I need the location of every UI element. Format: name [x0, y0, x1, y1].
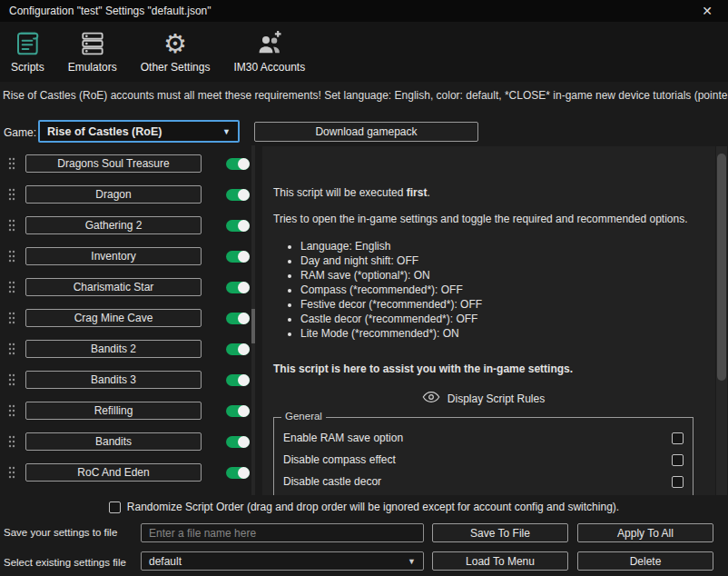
toggle-knob: [238, 313, 250, 324]
load-to-menu-button[interactable]: Load To Menu: [432, 551, 568, 571]
detail-panel-scrollbar[interactable]: [716, 146, 727, 495]
delete-button[interactable]: Delete: [577, 551, 713, 571]
option-label: Disable castle decor: [283, 475, 381, 488]
option-label: Enable RAM save option: [283, 432, 403, 444]
scrollbar-thumb[interactable]: [251, 309, 255, 343]
drag-handle-icon[interactable]: [4, 343, 20, 355]
toggle-knob: [238, 189, 250, 201]
script-toggle[interactable]: [226, 405, 250, 417]
save-settings-label: Save your settings to file: [4, 527, 117, 538]
script-list-scrollbar[interactable]: [251, 145, 255, 495]
emulators-stack-icon: [78, 27, 107, 60]
script-row: RoC And Eden: [0, 457, 261, 488]
randomize-checkbox[interactable]: [109, 502, 121, 513]
display-script-rules-label: Display Script Rules: [448, 392, 545, 405]
script-button[interactable]: Crag Mine Cave: [25, 309, 202, 327]
settings-file-select[interactable]: default ▼: [141, 551, 424, 571]
script-toggle[interactable]: [226, 251, 250, 263]
file-name-input[interactable]: [141, 523, 424, 542]
drag-handle-icon[interactable]: [4, 188, 20, 201]
toggle-knob: [238, 436, 250, 448]
close-icon[interactable]: ✕: [695, 4, 719, 18]
scrollbar-thumb[interactable]: [717, 154, 726, 381]
script-button[interactable]: RoC And Eden: [25, 463, 202, 482]
option-checkbox[interactable]: [672, 432, 684, 444]
download-gamepack-button[interactable]: Download gamepack: [254, 122, 478, 142]
script-toggle[interactable]: [226, 282, 250, 293]
general-option-row: Enable RAM save option: [283, 427, 684, 449]
detail-line-3: This script is here to assist you with t…: [273, 362, 694, 376]
general-option-row: Disable compass effect: [283, 449, 684, 471]
script-button[interactable]: Bandits 3: [25, 371, 202, 389]
toggle-knob: [238, 343, 250, 355]
tab-im30-accounts[interactable]: IM30 Accounts: [226, 25, 312, 75]
game-label: Game:: [4, 126, 36, 139]
tab-other-settings[interactable]: ⚙ Other Settings: [133, 25, 218, 75]
save-to-file-button[interactable]: Save To File: [432, 523, 568, 542]
drag-handle-icon[interactable]: [4, 404, 20, 417]
script-detail-panel: This script will be executed first. Trie…: [262, 146, 715, 495]
script-row: Refilling: [0, 395, 261, 426]
tab-bar: Scripts Emulators ⚙ Other Settings: [0, 22, 728, 82]
script-button[interactable]: Inventory: [25, 247, 202, 265]
script-button[interactable]: Charismatic Star: [25, 278, 202, 296]
tab-emulators-label: Emulators: [68, 61, 117, 74]
toggle-knob: [238, 467, 250, 479]
script-toggle[interactable]: [226, 436, 250, 448]
script-toggle[interactable]: [226, 313, 250, 324]
apply-to-all-button[interactable]: Apply To All: [577, 523, 713, 542]
tab-emulators[interactable]: Emulators: [61, 25, 124, 75]
drag-handle-icon[interactable]: [4, 219, 20, 232]
bullet-item: Day and night shift: OFF: [300, 253, 694, 268]
detail-line-1: This script will be executed first.: [273, 186, 694, 200]
script-toggle[interactable]: [226, 189, 250, 201]
toggle-knob: [238, 374, 250, 386]
script-toggle[interactable]: [226, 220, 250, 232]
accounts-people-plus-icon: [255, 27, 284, 60]
app-window: Configuration "test" Settings "default.j…: [0, 0, 728, 576]
option-checkbox[interactable]: [672, 476, 684, 488]
script-row: Dragon: [0, 179, 261, 210]
detail-line-2: Tries to open the in-game settings and t…: [273, 213, 694, 226]
randomize-row: Randomize Script Order (drag and drop or…: [0, 498, 728, 516]
tab-scripts-label: Scripts: [11, 61, 44, 74]
script-toggle[interactable]: [226, 343, 250, 355]
display-script-rules-button[interactable]: Display Script Rules: [273, 391, 694, 406]
drag-handle-icon[interactable]: [4, 157, 20, 170]
game-select[interactable]: Rise of Castles (RoE) ▼: [38, 120, 240, 143]
script-button[interactable]: Dragon: [25, 185, 202, 204]
bullet-item: Lite Mode (*recommended*): ON: [300, 326, 694, 341]
gear-icon: ⚙: [163, 27, 187, 60]
script-toggle[interactable]: [226, 158, 250, 170]
script-toggle[interactable]: [226, 467, 250, 479]
script-row: Bandits 3: [0, 364, 261, 395]
drag-handle-icon[interactable]: [4, 373, 20, 386]
script-button[interactable]: Refilling: [25, 402, 202, 420]
script-list-panel: Dragons Soul Treasure Dragon Gathering 2…: [0, 145, 261, 495]
bullet-item: Language: English: [300, 239, 694, 253]
option-label: Disable compass effect: [283, 453, 396, 466]
bullet-item: Festive decor (*recommended*): OFF: [300, 297, 694, 312]
tab-scripts[interactable]: Scripts: [4, 25, 52, 75]
drag-handle-icon[interactable]: [4, 312, 20, 324]
script-button[interactable]: Bandits 2: [25, 340, 202, 358]
script-button[interactable]: Gathering 2: [25, 216, 202, 234]
select-settings-label: Select existing settings file: [4, 557, 126, 568]
script-toggle[interactable]: [226, 374, 250, 386]
drag-handle-icon[interactable]: [4, 435, 20, 448]
bullet-item: Compass (*recommended*): OFF: [300, 283, 694, 297]
title-bar: Configuration "test" Settings "default.j…: [0, 0, 728, 22]
option-checkbox[interactable]: [672, 454, 684, 466]
eye-icon: [422, 391, 440, 406]
script-button[interactable]: Bandits: [25, 432, 202, 451]
toggle-knob: [238, 251, 250, 263]
script-button[interactable]: Dragons Soul Treasure: [25, 154, 202, 173]
tab-other-settings-label: Other Settings: [141, 61, 211, 74]
drag-handle-icon[interactable]: [4, 250, 20, 263]
toggle-knob: [238, 158, 250, 170]
script-row: Gathering 2: [0, 210, 261, 241]
drag-handle-icon[interactable]: [4, 466, 20, 479]
drag-handle-icon[interactable]: [4, 281, 20, 293]
toggle-knob: [238, 405, 250, 417]
script-row: Charismatic Star: [0, 272, 261, 303]
